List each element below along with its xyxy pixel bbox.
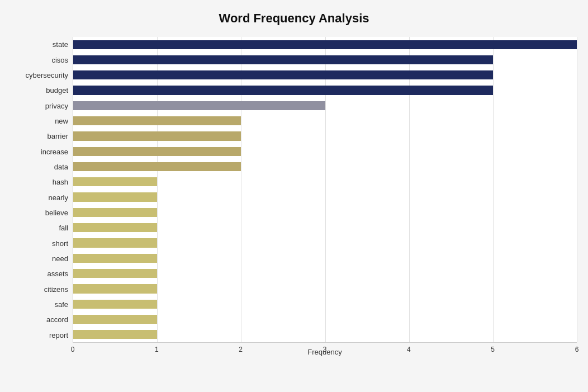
x-tick-label: 6 (575, 346, 579, 353)
x-axis-labels: 0123456 (73, 343, 577, 346)
bar-row (73, 205, 577, 220)
chart-area: statecisoscybersecuritybudgetprivacynewb… (11, 37, 577, 343)
bar (73, 284, 157, 293)
y-label: safe (54, 297, 68, 312)
bar-row (73, 52, 577, 67)
chart-container: Word Frequency Analysis statecisoscybers… (0, 0, 588, 392)
y-label: barrier (47, 129, 68, 144)
bar (73, 131, 241, 140)
y-label: believe (45, 205, 68, 220)
bar-row (73, 220, 577, 235)
y-label: cisos (51, 52, 68, 67)
bar (73, 70, 493, 79)
y-label: cybersecurity (25, 68, 68, 83)
y-axis-labels: statecisoscybersecuritybudgetprivacynewb… (11, 37, 73, 343)
bar-row (73, 311, 577, 327)
bar (73, 208, 157, 217)
x-tick-label: 2 (239, 346, 243, 353)
y-label: report (49, 328, 68, 343)
x-tick-label: 4 (407, 346, 411, 353)
y-label: state (53, 37, 68, 52)
bar (73, 116, 241, 125)
x-tick-label: 1 (155, 346, 159, 353)
bar-row (73, 113, 577, 128)
bar-row (73, 129, 577, 144)
y-label: citizens (44, 282, 68, 297)
y-label: short (52, 235, 68, 251)
grid-line (577, 37, 577, 342)
bar-row (73, 98, 577, 113)
bar (73, 330, 157, 339)
bar-row (73, 235, 577, 251)
bar-row (73, 83, 577, 98)
bar (73, 40, 577, 49)
x-tick-label: 5 (491, 346, 495, 353)
y-label: nearly (49, 190, 68, 205)
bar (73, 254, 157, 263)
bar (73, 238, 157, 247)
y-label: fall (59, 220, 68, 235)
bar-row (73, 68, 577, 83)
y-label: budget (46, 83, 68, 98)
bar-row (73, 190, 577, 205)
x-tick-label: 3 (323, 346, 327, 353)
chart-title: Word Frequency Analysis (11, 11, 577, 26)
y-label: need (52, 251, 68, 266)
bar (73, 162, 241, 171)
bar-row (73, 296, 577, 311)
bar (73, 269, 157, 278)
y-label: privacy (45, 98, 68, 113)
y-label: accord (46, 312, 68, 327)
x-tick-label: 0 (71, 346, 75, 353)
bars-wrapper (73, 37, 577, 342)
bar-row (73, 327, 577, 342)
bar-row (73, 159, 577, 174)
y-label: assets (47, 266, 68, 281)
bar-row (73, 251, 577, 266)
y-label: increase (41, 144, 68, 159)
y-label: hash (53, 174, 68, 190)
bar (73, 86, 493, 95)
bar (73, 300, 157, 309)
bars-area (73, 37, 577, 343)
bar-row (73, 37, 577, 52)
bar (73, 55, 493, 64)
bar (73, 192, 157, 201)
bar-row (73, 281, 577, 296)
bar-row (73, 144, 577, 159)
bar-row (73, 266, 577, 281)
bar (73, 177, 157, 186)
bar-row (73, 174, 577, 190)
bar (73, 147, 241, 156)
bar (73, 101, 325, 110)
bar (73, 315, 157, 324)
y-label: data (54, 159, 68, 174)
bar (73, 223, 157, 232)
y-label: new (55, 114, 68, 129)
